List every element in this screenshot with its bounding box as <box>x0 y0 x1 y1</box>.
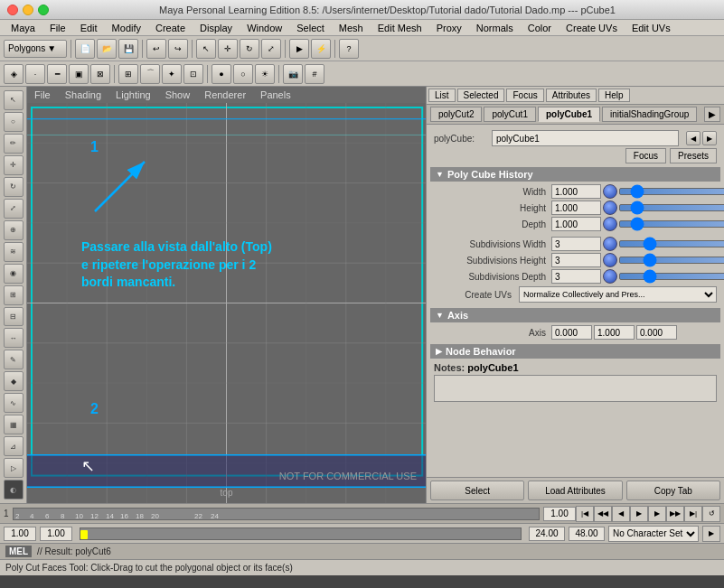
menu-normals[interactable]: Normals <box>469 22 521 34</box>
lighting-button[interactable]: ☀ <box>255 64 275 84</box>
vp-menu-file[interactable]: File <box>34 89 51 100</box>
help-attr-button[interactable]: Help <box>598 89 630 102</box>
timeline-loop-button[interactable]: ↺ <box>702 506 720 522</box>
tab-overflow-button[interactable]: ▶ <box>704 107 720 122</box>
face-mode-button[interactable]: ▣ <box>69 64 89 84</box>
menu-color[interactable]: Color <box>521 22 559 34</box>
width-input[interactable] <box>551 184 601 199</box>
menu-maya[interactable]: Maya <box>4 22 42 34</box>
timeline-prev-frame-button[interactable]: ◀ <box>612 506 630 522</box>
lasso-button[interactable]: ○ <box>4 112 24 132</box>
soft-mod-button[interactable]: ≋ <box>4 242 24 262</box>
surface-tool-button[interactable]: ▦ <box>4 415 24 434</box>
menu-edit-uvs[interactable]: Edit UVs <box>625 22 678 34</box>
snap-view-button[interactable]: ⊡ <box>183 64 203 84</box>
menu-edit-mesh[interactable]: Edit Mesh <box>371 22 429 34</box>
show-manip-button[interactable]: ⊞ <box>4 285 24 305</box>
shading-wire-button[interactable]: ○ <box>233 64 253 84</box>
redo-button[interactable]: ↪ <box>168 39 188 59</box>
width-color-btn[interactable] <box>603 184 617 199</box>
snap-together-button[interactable]: ⊟ <box>4 307 24 327</box>
select-panel-button[interactable]: Select <box>430 481 524 500</box>
timeline-track[interactable]: 2 4 6 8 10 12 14 16 18 20 22 24 <box>13 508 540 520</box>
rotate-lt-button[interactable]: ↻ <box>4 177 24 197</box>
menu-edit[interactable]: Edit <box>73 22 105 34</box>
set-driven-button[interactable]: ◆ <box>4 371 24 391</box>
subdiv-width-input[interactable] <box>551 237 601 251</box>
depth-color-btn[interactable] <box>603 217 617 231</box>
timeline-back-button[interactable]: |◀ <box>576 506 594 522</box>
menu-display[interactable]: Display <box>193 22 240 34</box>
timeline-frame-input[interactable] <box>543 507 576 521</box>
char-set-menu-button[interactable]: ▶ <box>702 526 720 542</box>
rotate-tool-button[interactable]: ↻ <box>240 39 259 59</box>
curve-tool-button[interactable]: ∿ <box>4 393 24 413</box>
navigate-button[interactable]: ▶ <box>702 131 717 145</box>
move-tool-button[interactable]: ✛ <box>218 39 238 59</box>
presets-button[interactable]: Presets <box>670 148 717 163</box>
snap-point-button[interactable]: ✦ <box>162 64 182 84</box>
maximize-button[interactable] <box>38 5 49 15</box>
current-frame-input[interactable] <box>4 527 36 541</box>
deform-tool-button[interactable]: ⊿ <box>4 436 24 456</box>
focus-top-button[interactable]: Focus <box>506 89 543 102</box>
depth-slider[interactable] <box>619 220 724 228</box>
timeline-next-frame-button[interactable]: ▶ <box>648 506 666 522</box>
vp-menu-panels[interactable]: Panels <box>260 89 291 100</box>
select-tool-button[interactable]: ↖ <box>196 39 216 59</box>
vp-menu-show[interactable]: Show <box>165 89 191 100</box>
viewport[interactable]: File Shading Lighting Show Renderer Pane… <box>27 87 426 503</box>
notes-content[interactable] <box>434 375 717 402</box>
axis-section[interactable]: Axis <box>430 308 720 322</box>
selected-button[interactable]: Selected <box>457 89 505 102</box>
max-frame-input[interactable] <box>569 527 605 541</box>
tab-polycut1[interactable]: polyCut1 <box>484 107 535 122</box>
timeline-end-button[interactable]: ▶| <box>684 506 702 522</box>
createuvs-select[interactable]: Normalize Collectively and Pres... <box>519 286 717 303</box>
tab-initialshadinggroup[interactable]: initialShadingGroup <box>602 107 697 122</box>
copy-tab-button[interactable]: Copy Tab <box>626 481 720 500</box>
snap-curve-button[interactable]: ⌒ <box>140 64 160 84</box>
vp-menu-lighting[interactable]: Lighting <box>116 89 151 100</box>
minimize-button[interactable] <box>23 5 33 15</box>
polygon-mode-dropdown[interactable]: Polygons ▼ <box>4 40 67 58</box>
annotation-button[interactable]: ✎ <box>4 350 24 369</box>
axis-z-input[interactable] <box>636 325 677 340</box>
open-file-button[interactable]: 📂 <box>97 39 117 59</box>
menu-file[interactable]: File <box>42 22 73 34</box>
menu-window[interactable]: Window <box>240 22 289 34</box>
tab-polycube1[interactable]: polyCube1 <box>538 107 600 122</box>
render-button[interactable]: ▶ <box>289 39 309 59</box>
height-slider[interactable] <box>619 204 724 211</box>
sculpt-button[interactable]: ◉ <box>4 264 24 284</box>
menu-select[interactable]: Select <box>289 22 332 34</box>
move-lt-button[interactable]: ✛ <box>4 155 24 175</box>
anim-tool-button[interactable]: ▷ <box>4 458 24 478</box>
render-lt-button[interactable]: ◐ <box>4 480 24 499</box>
tab-polycut2[interactable]: polyCut2 <box>430 107 482 122</box>
scale-lt-button[interactable]: ⤢ <box>4 199 24 219</box>
snap-grid-button[interactable]: ⊞ <box>118 64 138 84</box>
load-attributes-button[interactable]: Load Attributes <box>528 481 622 500</box>
range-end-input[interactable] <box>529 527 565 541</box>
bookmark-button[interactable]: ◀ <box>686 131 700 145</box>
menu-proxy[interactable]: Proxy <box>429 22 469 34</box>
camera-button[interactable]: 📷 <box>283 64 303 84</box>
viewport-content[interactable]: 1 Passare alla vista dall'alto (Top) e r… <box>27 103 426 503</box>
axis-y-input[interactable] <box>594 325 635 340</box>
subdiv-height-color-btn[interactable] <box>603 253 617 267</box>
vp-menu-shading[interactable]: Shading <box>65 89 101 100</box>
height-color-btn[interactable] <box>603 201 617 215</box>
shading-smooth-button[interactable]: ● <box>212 64 231 84</box>
vertex-mode-button[interactable]: · <box>25 64 45 84</box>
list-button[interactable]: List <box>428 89 456 102</box>
depth-input[interactable] <box>551 217 601 231</box>
attributes-button[interactable]: Attributes <box>546 89 597 102</box>
start-frame-input[interactable] <box>40 527 72 541</box>
height-input[interactable] <box>551 201 601 215</box>
grid-toggle-button[interactable]: # <box>305 64 324 84</box>
component-mode-button[interactable]: ◈ <box>4 64 24 84</box>
measure-button[interactable]: ↔ <box>4 328 24 348</box>
timeline-next-button[interactable]: ▶▶ <box>666 506 684 522</box>
vp-menu-renderer[interactable]: Renderer <box>204 89 246 100</box>
